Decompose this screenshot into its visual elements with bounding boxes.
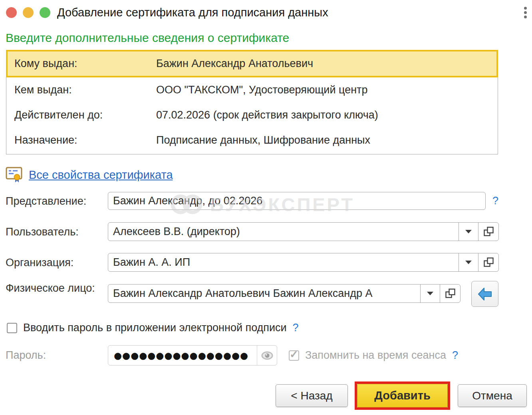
cert-row-issued-by: Кем выдан: ООО "ТАКСКОМ", Удостоверяющий…: [6, 77, 498, 103]
window-title: Добавление сертификата для подписания да…: [57, 6, 328, 19]
back-button[interactable]: < Назад: [276, 384, 348, 407]
organization-input[interactable]: Бажин А. А. ИП: [108, 253, 459, 271]
add-button[interactable]: Добавить: [357, 384, 448, 407]
password-field-group: ●●●●●●●●●●●●●●●●: [108, 345, 277, 366]
organization-combo: Бажин А. А. ИП: [108, 253, 499, 272]
cert-row-value: ООО "ТАКСКОМ", Удостоверяющий центр: [156, 84, 498, 96]
cert-row-label: Кому выдан:: [8, 57, 156, 70]
page-heading: Введите дополнительные сведения о сертиф…: [6, 31, 289, 45]
organization-open-button[interactable]: [478, 253, 498, 271]
cert-row-value: Подписание данных, Шифрование данных: [156, 134, 498, 146]
kebab-menu-icon[interactable]: [521, 7, 530, 20]
window-minimize-icon[interactable]: [23, 7, 34, 18]
certificate-icon: [5, 165, 23, 185]
eye-icon: [261, 351, 274, 360]
password-input[interactable]: ●●●●●●●●●●●●●●●●: [108, 346, 257, 365]
enter-password-app-row: ✓ Вводить пароль в приложении электронно…: [7, 322, 299, 334]
overlapping-squares-icon: [483, 226, 494, 237]
overlapping-squares-icon: [445, 288, 456, 299]
representation-label: Представление:: [6, 195, 86, 208]
certificate-properties-row: Все свойства сертификата: [5, 165, 173, 185]
remember-session-label: Запомнить на время сеанса: [305, 349, 446, 362]
organization-dropdown-button[interactable]: [459, 253, 478, 271]
user-label: Пользователь:: [6, 226, 79, 238]
restore-value-button[interactable]: [471, 281, 498, 307]
cert-row-valid-until: Действителен до: 07.02.2026 (срок действ…: [6, 103, 498, 128]
arrow-left-icon: [477, 287, 493, 301]
cert-row-issued-to: Кому выдан: Бажин Александр Анатольевич: [6, 50, 498, 77]
cert-row-purpose: Назначение: Подписание данных, Шифровани…: [6, 128, 498, 153]
cert-row-label: Действителен до:: [6, 109, 156, 121]
cert-row-label: Кем выдан:: [6, 84, 156, 96]
person-dropdown-button[interactable]: [420, 285, 440, 302]
cert-row-value: Бажин Александр Анатольевич: [156, 57, 496, 70]
chevron-down-icon: [465, 261, 472, 264]
user-combo: Алексеев В.В. (директор): [108, 222, 499, 241]
password-label: Пароль:: [6, 349, 46, 362]
person-open-button[interactable]: [440, 285, 460, 302]
window-close-icon[interactable]: [6, 7, 17, 18]
user-open-button[interactable]: [478, 223, 498, 241]
enter-password-app-help-icon[interactable]: ?: [293, 322, 299, 334]
window-zoom-icon[interactable]: [40, 7, 50, 18]
person-input[interactable]: Бажин Александр Анатольевич Бажин Алекса…: [108, 285, 420, 302]
chevron-down-icon: [465, 230, 472, 233]
cancel-button[interactable]: Отмена: [458, 384, 527, 407]
person-label: Физическое лицо:: [6, 280, 105, 296]
chevron-down-icon: [427, 292, 433, 295]
remember-session-help-icon[interactable]: ?: [452, 349, 458, 362]
user-input[interactable]: Алексеев В.В. (директор): [108, 223, 459, 241]
add-button-highlight-annotation: Добавить: [355, 381, 450, 410]
representation-input[interactable]: Бажин Александр, до 02.2026: [108, 192, 486, 210]
enter-password-app-label: Вводить пароль в приложении электронной …: [23, 322, 287, 334]
remember-session-checkbox[interactable]: ✓: [289, 350, 299, 361]
cert-row-value: 07.02.2026 (срок действия закрытого ключ…: [156, 109, 498, 121]
certificate-info-table: Кому выдан: Бажин Александр Анатольевич …: [6, 50, 498, 154]
all-certificate-properties-link[interactable]: Все свойства сертификата: [29, 168, 173, 182]
enter-password-app-checkbox[interactable]: ✓: [7, 323, 17, 333]
user-dropdown-button[interactable]: [459, 223, 478, 241]
remember-session-row: ✓ Запомнить на время сеанса ?: [289, 345, 458, 366]
add-certificate-dialog: Добавление сертификата для подписания да…: [0, 0, 532, 415]
representation-help-icon[interactable]: ?: [492, 195, 498, 207]
overlapping-squares-icon: [483, 257, 494, 268]
person-combo: Бажин Александр Анатольевич Бажин Алекса…: [108, 284, 461, 303]
window-controls: [6, 7, 50, 18]
cert-row-label: Назначение:: [6, 134, 156, 146]
organization-label: Организация:: [6, 257, 73, 269]
show-password-button[interactable]: [257, 346, 277, 365]
